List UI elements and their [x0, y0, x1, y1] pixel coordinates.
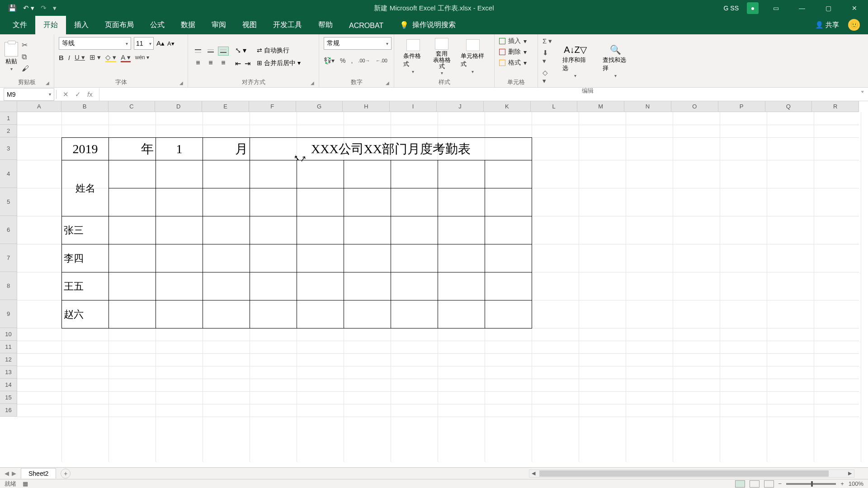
col-header-A[interactable]: A	[17, 101, 61, 112]
row-header-5[interactable]: 5	[0, 188, 17, 216]
user-name[interactable]: G SS	[724, 5, 739, 12]
fill-button[interactable]: ⬇ ▾	[542, 49, 552, 65]
align-middle[interactable]	[205, 47, 216, 56]
maximize-icon[interactable]: ▢	[819, 5, 837, 12]
name-cell[interactable]: 张三	[62, 216, 109, 244]
tab-help[interactable]: 帮助	[310, 16, 341, 34]
align-right[interactable]: ≡	[218, 58, 229, 67]
align-bottom[interactable]	[218, 47, 229, 56]
name-box[interactable]: M9▾	[4, 88, 54, 101]
row-header-16[interactable]: 16	[0, 404, 17, 417]
font-name-select[interactable]: 等线▾	[59, 37, 131, 50]
col-header-L[interactable]: L	[531, 101, 578, 112]
row-header-4[interactable]: 4	[0, 160, 17, 188]
close-icon[interactable]: ✕	[845, 5, 863, 12]
cancel-formula-icon[interactable]: ✕	[63, 90, 69, 99]
minimize-icon[interactable]: —	[793, 5, 811, 12]
fill-color-button[interactable]: ◇ ▾	[105, 53, 116, 61]
tab-developer[interactable]: 开发工具	[265, 16, 310, 34]
enter-formula-icon[interactable]: ✓	[75, 90, 81, 99]
merge-center-button[interactable]: ⊞ 合并后居中 ▾	[257, 59, 301, 67]
cell-styles-button[interactable]: 单元格样式▾	[456, 39, 490, 74]
increase-decimal[interactable]: .00→	[358, 58, 370, 63]
col-header-K[interactable]: K	[484, 101, 531, 112]
align-top[interactable]	[193, 47, 203, 56]
format-as-table-button[interactable]: 套用 表格格式▾	[427, 38, 456, 76]
sort-filter-button[interactable]: A↓Z▽排序和筛选▾	[558, 44, 593, 78]
row-header-3[interactable]: 3	[0, 137, 17, 160]
macro-record-icon[interactable]: ▦	[23, 480, 28, 487]
align-center[interactable]: ≡	[205, 58, 216, 67]
name-cell[interactable]: 王五	[62, 272, 109, 300]
page-break-view-icon[interactable]	[764, 480, 774, 488]
row-header-6[interactable]: 6	[0, 216, 17, 244]
decrease-decimal[interactable]: ←.00	[376, 58, 387, 63]
row-header-9[interactable]: 9	[0, 300, 17, 328]
cut-icon[interactable]: ✂	[22, 41, 29, 49]
tab-review[interactable]: 审阅	[203, 16, 234, 34]
align-launcher[interactable]: ◢	[311, 80, 314, 85]
col-header-F[interactable]: F	[249, 101, 296, 112]
tab-acrobat[interactable]: ACROBAT	[341, 17, 392, 34]
format-painter-icon[interactable]: 🖌	[22, 65, 29, 73]
font-color-button[interactable]: A ▾	[121, 53, 130, 61]
row-header-10[interactable]: 10	[0, 328, 17, 341]
qat-more-icon[interactable]: ▾	[53, 4, 57, 12]
save-icon[interactable]: 💾	[8, 4, 17, 12]
italic-button[interactable]: I	[68, 54, 70, 61]
row-header-11[interactable]: 11	[0, 341, 17, 353]
row-header-12[interactable]: 12	[0, 353, 17, 366]
conditional-format-button[interactable]: 条件格式▾	[399, 39, 427, 74]
row-header-7[interactable]: 7	[0, 244, 17, 272]
col-header-D[interactable]: D	[155, 101, 202, 112]
fx-icon[interactable]: fx	[87, 90, 93, 99]
tab-layout[interactable]: 页面布局	[97, 16, 142, 34]
page-layout-view-icon[interactable]	[750, 480, 760, 488]
find-select-button[interactable]: 🔍查找和选择▾	[598, 44, 633, 78]
col-header-N[interactable]: N	[624, 101, 671, 112]
user-avatar[interactable]: ●	[747, 2, 759, 14]
redo-icon[interactable]: ↷	[41, 4, 47, 12]
row-header-14[interactable]: 14	[0, 379, 17, 391]
collapse-ribbon-icon[interactable]: ˄	[861, 90, 863, 97]
col-header-H[interactable]: H	[343, 101, 390, 112]
row-header-2[interactable]: 2	[0, 125, 17, 137]
percent-format[interactable]: %	[340, 57, 345, 64]
add-sheet-button[interactable]: +	[61, 469, 71, 479]
sheet-prev-icon[interactable]: ◀	[5, 470, 9, 477]
row-header-1[interactable]: 1	[0, 112, 17, 125]
accounting-format[interactable]: 💱▾	[324, 57, 335, 64]
col-header-Q[interactable]: Q	[765, 101, 812, 112]
name-cell[interactable]: 李四	[62, 244, 109, 272]
increase-font-icon[interactable]: A▴	[156, 39, 165, 47]
col-header-M[interactable]: M	[577, 101, 624, 112]
row-header-8[interactable]: 8	[0, 272, 17, 300]
increase-indent[interactable]: ⇥	[245, 59, 250, 68]
zoom-out-icon[interactable]: −	[778, 480, 782, 487]
border-button[interactable]: ⊞ ▾	[90, 53, 101, 61]
attendance-table[interactable]: 2019年1月XXX公司XX部门月度考勤表姓名张三李四王五赵六	[61, 137, 532, 328]
col-header-G[interactable]: G	[296, 101, 343, 112]
tell-me[interactable]: 💡 操作说明搜索	[392, 16, 464, 34]
name-header-cell[interactable]: 姓名	[62, 160, 109, 216]
col-header-R[interactable]: R	[812, 101, 859, 112]
undo-icon[interactable]: ↶ ▾	[23, 4, 34, 12]
comma-format[interactable]: ,	[351, 57, 353, 64]
feedback-icon[interactable]: 🙂	[848, 19, 860, 31]
col-header-O[interactable]: O	[671, 101, 718, 112]
formula-bar[interactable]	[99, 88, 857, 101]
copy-icon[interactable]: ⧉	[22, 53, 29, 61]
col-header-J[interactable]: J	[437, 101, 484, 112]
tab-home[interactable]: 开始	[35, 16, 66, 34]
number-launcher[interactable]: ◢	[386, 80, 389, 85]
orientation-button[interactable]: ⤡ ▾	[235, 46, 250, 55]
col-header-B[interactable]: B	[61, 101, 108, 112]
number-format-select[interactable]: 常规▾	[324, 37, 392, 50]
underline-button[interactable]: U ▾	[75, 53, 85, 61]
insert-cells-button[interactable]: 插入 ▾	[499, 37, 527, 45]
tab-insert[interactable]: 插入	[66, 16, 97, 34]
tab-formulas[interactable]: 公式	[142, 16, 173, 34]
name-cell[interactable]: 赵六	[62, 300, 109, 328]
tab-view[interactable]: 视图	[234, 16, 265, 34]
zoom-slider[interactable]	[786, 483, 836, 485]
